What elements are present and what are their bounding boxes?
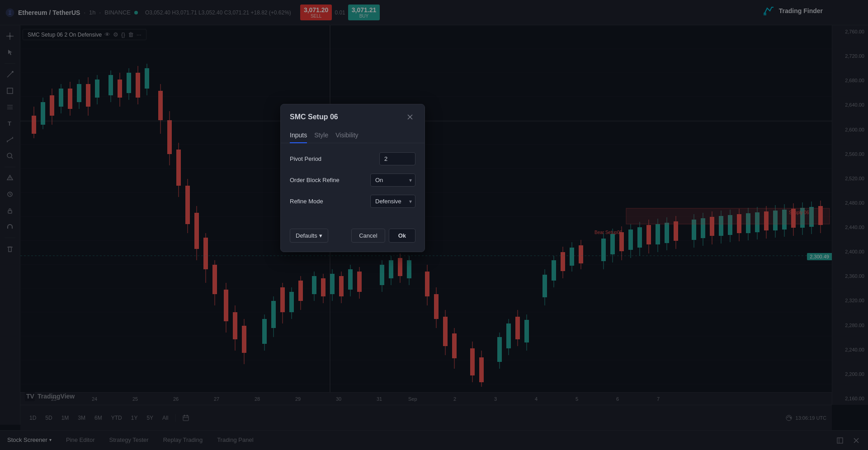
defaults-button[interactable]: Defaults ▾ — [290, 229, 328, 243]
dialog-tab-visibility[interactable]: Visibility — [335, 128, 358, 143]
dialog-tab-inputs[interactable]: Inputs — [290, 128, 307, 143]
ok-button[interactable]: Ok — [389, 229, 415, 243]
dialog-tabs: Inputs Style Visibility — [281, 128, 425, 143]
settings-dialog: SMC Setup 06 Inputs Style Visibility — [280, 104, 425, 252]
refine-mode-wrapper: Defensive Aggressive Normal — [370, 195, 415, 208]
modal-overlay: SMC Setup 06 Inputs Style Visibility — [0, 0, 868, 450]
dialog-close-button[interactable] — [405, 112, 415, 122]
dialog-footer: Defaults ▾ Cancel Ok — [281, 225, 425, 252]
pivot-period-label: Pivot Period — [290, 155, 321, 162]
refine-mode-row: Refine Mode Defensive Aggressive Normal — [290, 195, 415, 208]
refine-mode-select[interactable]: Defensive Aggressive Normal — [370, 195, 415, 208]
pivot-period-input[interactable] — [379, 152, 415, 165]
defaults-arrow-icon: ▾ — [319, 232, 322, 239]
order-block-refine-select[interactable]: On Off — [370, 173, 415, 187]
refine-mode-label: Refine Mode — [290, 198, 323, 205]
dialog-tab-style[interactable]: Style — [314, 128, 328, 143]
close-x-icon — [407, 114, 413, 120]
dialog-title: SMC Setup 06 — [290, 113, 338, 121]
order-block-refine-row: Order Block Refine On Off — [290, 173, 415, 187]
dialog-action-buttons: Cancel Ok — [351, 229, 415, 243]
order-block-refine-wrapper: On Off — [370, 173, 415, 187]
order-block-refine-label: Order Block Refine — [290, 177, 340, 183]
dialog-content: Pivot Period Order Block Refine On Off R… — [281, 143, 425, 225]
cancel-button[interactable]: Cancel — [351, 229, 385, 243]
dialog-header: SMC Setup 06 — [281, 104, 425, 122]
pivot-period-row: Pivot Period — [290, 152, 415, 165]
